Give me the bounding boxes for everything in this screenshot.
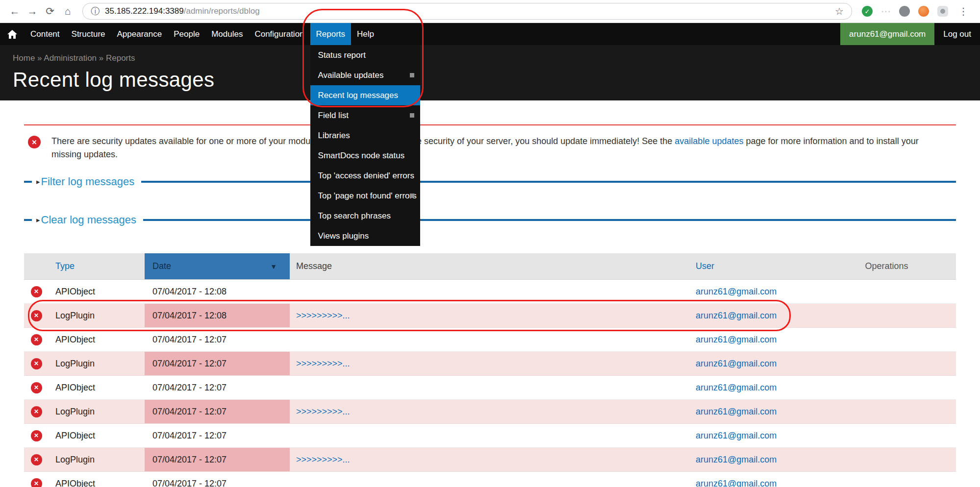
user-link[interactable]: arunz61@gmail.com bbox=[696, 383, 777, 393]
menu-item-top-access-denied-errors[interactable]: Top 'access denied' errors bbox=[310, 166, 420, 186]
toolbar-right: arunz61@gmail.com Log out bbox=[840, 23, 980, 45]
header-user[interactable]: User bbox=[686, 253, 817, 279]
log-user-cell: arunz61@gmail.com bbox=[686, 304, 817, 327]
user-link[interactable]: arunz61@gmail.com bbox=[696, 335, 777, 345]
menu-item-field-list[interactable]: Field list bbox=[310, 105, 420, 125]
log-date-cell: 07/04/2017 - 12:07 bbox=[145, 448, 290, 471]
breadcrumb-link-administration[interactable]: Administration bbox=[44, 53, 97, 63]
toolbar-item-content[interactable]: Content bbox=[25, 23, 66, 45]
user-email-badge[interactable]: arunz61@gmail.com bbox=[840, 23, 934, 45]
breadcrumb-separator: » bbox=[97, 53, 106, 63]
log-type-cell: APIObject bbox=[49, 472, 145, 487]
log-message-link[interactable]: >>>>>>>>>... bbox=[296, 455, 350, 465]
toolbar-menu: ContentStructureAppearancePeopleModulesC… bbox=[25, 23, 380, 45]
log-operations-cell bbox=[817, 376, 956, 399]
user-link[interactable]: arunz61@gmail.com bbox=[696, 287, 777, 297]
bookmark-star-icon[interactable]: ☆ bbox=[835, 5, 844, 17]
toolbar-home-icon[interactable] bbox=[0, 23, 25, 45]
user-link[interactable]: arunz61@gmail.com bbox=[696, 479, 777, 487]
log-message-link[interactable]: >>>>>>>>>... bbox=[296, 359, 350, 369]
extension-orange-icon[interactable] bbox=[918, 6, 929, 17]
toolbar-item-modules[interactable]: Modules bbox=[205, 23, 249, 45]
browser-home-icon[interactable]: ⌂ bbox=[59, 5, 76, 17]
fieldset-clear-log-messages: ▸ Clear log messages bbox=[24, 212, 956, 228]
menu-item-available-updates[interactable]: Available updates bbox=[310, 65, 420, 85]
severity-cell: ✕ bbox=[24, 400, 49, 423]
available-updates-link[interactable]: available updates bbox=[675, 136, 743, 146]
log-message-cell bbox=[290, 424, 686, 447]
log-user-cell: arunz61@gmail.com bbox=[686, 328, 817, 351]
profile-avatar-icon[interactable] bbox=[937, 6, 948, 17]
toolbar-item-label: Reports bbox=[316, 29, 346, 39]
menu-item-recent-log-messages[interactable]: Recent log messages bbox=[310, 85, 420, 105]
error-icon: ✕ bbox=[28, 136, 41, 148]
menu-item-label: Top search phrases bbox=[318, 211, 391, 220]
log-date-cell: 07/04/2017 - 12:07 bbox=[145, 352, 290, 375]
menu-item-top-page-not-found-errors[interactable]: Top 'page not found' errors bbox=[310, 186, 420, 206]
log-type-cell: APIObject bbox=[49, 424, 145, 447]
log-user-cell: arunz61@gmail.com bbox=[686, 472, 817, 487]
forward-icon[interactable]: → bbox=[24, 5, 41, 17]
filter-log-messages-toggle[interactable]: Filter log messages bbox=[41, 175, 135, 188]
toolbar-item-structure[interactable]: Structure bbox=[66, 23, 111, 45]
log-message-cell bbox=[290, 328, 686, 351]
table-body: ✕APIObject07/04/2017 - 12:08arunz61@gmai… bbox=[24, 280, 956, 487]
address-bar[interactable]: ⓘ 35.185.222.194:3389/admin/reports/dblo… bbox=[82, 3, 852, 20]
page-header: Home » Administration » Reports Recent l… bbox=[0, 45, 980, 100]
toolbar-item-appearance[interactable]: Appearance bbox=[111, 23, 168, 45]
info-icon[interactable]: ⓘ bbox=[91, 5, 100, 17]
extension-shape-icon[interactable] bbox=[899, 6, 910, 17]
log-message-link[interactable]: >>>>>>>>>... bbox=[296, 311, 350, 321]
user-link[interactable]: arunz61@gmail.com bbox=[696, 311, 777, 321]
error-icon: ✕ bbox=[31, 358, 42, 369]
log-date-cell: 07/04/2017 - 12:07 bbox=[145, 376, 290, 399]
header-message: Message bbox=[290, 253, 686, 279]
menu-item-top-search-phrases[interactable]: Top search phrases bbox=[310, 206, 420, 226]
error-icon: ✕ bbox=[31, 382, 42, 393]
extension-check-icon[interactable]: ✓ bbox=[862, 6, 873, 17]
fieldset-border-line bbox=[141, 181, 956, 183]
log-message-cell bbox=[290, 472, 686, 487]
menu-item-status-report[interactable]: Status report bbox=[310, 45, 420, 65]
menu-item-libraries[interactable]: Libraries bbox=[310, 125, 420, 146]
severity-cell: ✕ bbox=[24, 376, 49, 399]
log-message-cell: >>>>>>>>>... bbox=[290, 448, 686, 471]
toolbar-item-configuration[interactable]: Configuration bbox=[249, 23, 310, 45]
toolbar-item-label: Structure bbox=[72, 29, 105, 39]
back-icon[interactable]: ← bbox=[6, 5, 24, 17]
user-link[interactable]: arunz61@gmail.com bbox=[696, 407, 777, 417]
update-indicator-icon bbox=[410, 194, 414, 198]
toolbar-item-people[interactable]: People bbox=[168, 23, 205, 45]
url-path: /admin/reports/dblog bbox=[184, 6, 260, 16]
breadcrumb-link-reports[interactable]: Reports bbox=[106, 53, 135, 63]
toolbar-item-help[interactable]: Help bbox=[351, 23, 380, 45]
log-message-link[interactable]: >>>>>>>>>... bbox=[296, 407, 350, 417]
logout-link[interactable]: Log out bbox=[934, 23, 980, 45]
user-link[interactable]: arunz61@gmail.com bbox=[696, 455, 777, 465]
error-icon: ✕ bbox=[31, 310, 42, 321]
severity-cell: ✕ bbox=[24, 448, 49, 471]
header-type[interactable]: Type bbox=[49, 253, 145, 279]
extension-dim-icon[interactable]: ⋯ bbox=[881, 5, 891, 17]
clear-log-messages-toggle[interactable]: Clear log messages bbox=[41, 214, 136, 226]
reload-icon[interactable]: ⟳ bbox=[41, 5, 59, 17]
user-link[interactable]: arunz61@gmail.com bbox=[696, 431, 777, 441]
browser-menu-icon[interactable]: ⋮ bbox=[956, 5, 970, 17]
user-link[interactable]: arunz61@gmail.com bbox=[696, 359, 777, 369]
collapse-arrow-icon: ▸ bbox=[36, 177, 40, 186]
severity-cell: ✕ bbox=[24, 472, 49, 487]
page-title: Recent log messages bbox=[13, 68, 980, 92]
toolbar-item-reports[interactable]: ReportsStatus reportAvailable updatesRec… bbox=[310, 23, 352, 45]
log-date-cell: 07/04/2017 - 12:07 bbox=[145, 400, 290, 423]
log-user-cell: arunz61@gmail.com bbox=[686, 400, 817, 423]
header-type-label: Type bbox=[55, 261, 75, 271]
menu-item-views-plugins[interactable]: Views plugins bbox=[310, 226, 420, 246]
error-icon: ✕ bbox=[31, 454, 42, 465]
menu-item-smartdocs-node-status[interactable]: SmartDocs node status bbox=[310, 146, 420, 166]
menu-item-label: Views plugins bbox=[318, 231, 369, 241]
log-row: ✕APIObject07/04/2017 - 12:07arunz61@gmai… bbox=[24, 328, 956, 352]
log-operations-cell bbox=[817, 400, 956, 423]
header-message-label: Message bbox=[296, 261, 332, 271]
header-date[interactable]: Date▼ bbox=[145, 253, 290, 279]
breadcrumb-link-home[interactable]: Home bbox=[13, 53, 35, 63]
